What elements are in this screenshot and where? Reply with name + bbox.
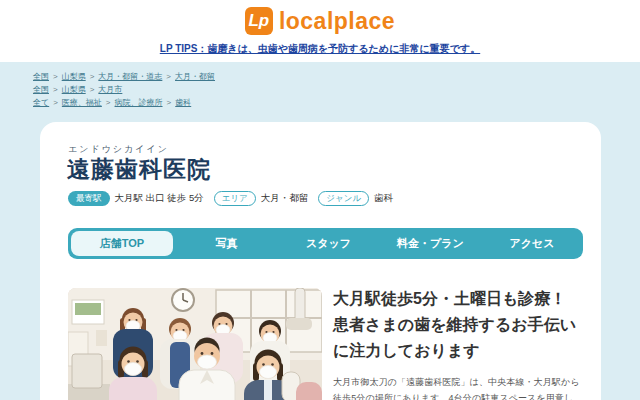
shop-intro: 大月駅徒歩5分・土曜日も診療！ 患者さまの歯を維持するお手伝い に注力しておりま… [333,286,581,400]
breadcrumb-link[interactable]: 医療、福祉 [62,98,102,107]
shop-card: エンドウシカイイン 遠藤歯科医院 最寄駅 大月駅 出口 徒歩 5分 エリア 大月… [40,122,601,400]
breadcrumb-separator: > [167,98,172,107]
breadcrumb-separator: > [90,85,95,94]
shop-description: 大月市御太刀の「遠藤歯科医院」は、中央本線・大月駅から徒歩5分の場所にあります。… [333,374,581,400]
breadcrumb-separator: > [53,85,58,94]
breadcrumb-link[interactable]: 歯科 [175,98,191,107]
lp-tips-link[interactable]: LP TIPS：歯磨きは、虫歯や歯周病を予防するために非常に重要です。 [160,43,480,54]
breadcrumb-link[interactable]: 病院、診療所 [115,98,163,107]
breadcrumb-separator: > [106,98,111,107]
breadcrumb-row-region: 全国>山梨県>大月・都留・道志>大月・都留 [33,70,215,83]
breadcrumb-separator: > [53,98,58,107]
tab-shop-top[interactable]: 店舗TOP [71,231,173,256]
genre-badge: ジャンル [318,191,369,206]
breadcrumb-link[interactable]: 大月・都留 [175,72,215,81]
breadcrumb-link[interactable]: 全て [33,98,49,107]
breadcrumb: 全国>山梨県>大月・都留・道志>大月・都留 全国>山梨県>大月市 全て>医療、福… [33,70,215,109]
shop-name: 遠藤歯科医院 [67,154,211,185]
clinic-staff-photo [68,288,322,400]
localplace-page: Lp localplace LP TIPS：歯磨きは、虫歯や歯周病を予防するため… [0,0,640,400]
shop-headline-line: 大月駅徒歩5分・土曜日も診療！ [333,286,581,312]
site-logo[interactable]: Lp localplace [0,0,640,35]
breadcrumb-link[interactable]: 全国 [33,72,49,81]
breadcrumb-link[interactable]: 山梨県 [62,85,86,94]
breadcrumb-link[interactable]: 大月・都留・道志 [98,72,162,81]
tab-photos[interactable]: 写真 [176,228,278,259]
breadcrumb-row-genre: 全て>医療、福祉>病院、診療所>歯科 [33,96,215,109]
breadcrumb-separator: > [90,72,95,81]
breadcrumb-link[interactable]: 山梨県 [62,72,86,81]
shop-headline-line: に注力しております [333,338,581,364]
shop-headline: 大月駅徒歩5分・土曜日も診療！ 患者さまの歯を維持するお手伝い に注力しておりま… [333,286,581,364]
breadcrumb-row-city: 全国>山梨県>大月市 [33,83,215,96]
area-badge: エリア [214,191,256,206]
site-header: Lp localplace LP TIPS：歯磨きは、虫歯や歯周病を予防するため… [0,0,640,62]
shop-headline-line: 患者さまの歯を維持するお手伝い [333,312,581,338]
tab-pricing[interactable]: 料金・プラン [379,228,481,259]
breadcrumb-separator: > [166,72,171,81]
tab-staff[interactable]: スタッフ [278,228,380,259]
area-value: 大月・都留 [261,192,309,205]
breadcrumb-link[interactable]: 大月市 [98,85,122,94]
breadcrumb-separator: > [53,72,58,81]
tab-access[interactable]: アクセス [481,228,583,259]
shop-tab-bar: 店舗TOP 写真 スタッフ 料金・プラン アクセス [68,228,583,259]
lp-logo-icon: Lp [245,7,273,35]
tips-row: LP TIPS：歯磨きは、虫歯や歯周病を予防するために非常に重要です。 [0,38,640,56]
nearest-station-badge: 最寄駅 [68,191,110,206]
breadcrumb-link[interactable]: 全国 [33,85,49,94]
brand-name: localplace [279,8,395,35]
genre-value: 歯科 [374,192,393,205]
shop-meta-row: 最寄駅 大月駅 出口 徒歩 5分 エリア 大月・都留 ジャンル 歯科 [68,191,403,206]
nearest-station-value: 大月駅 出口 徒歩 5分 [115,192,204,205]
